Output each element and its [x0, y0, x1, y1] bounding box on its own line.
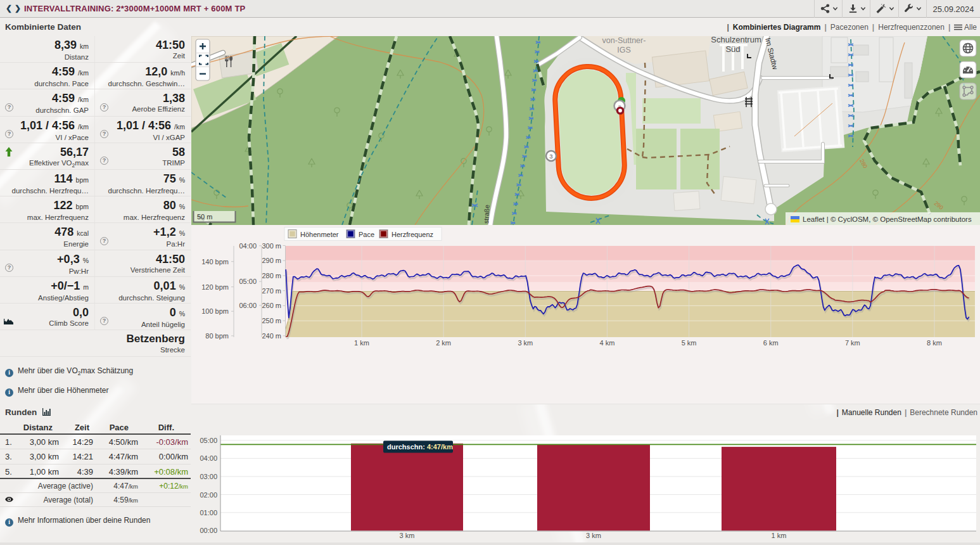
svg-text:Süd: Süd	[725, 44, 740, 54]
svg-text:250 m: 250 m	[262, 317, 281, 324]
svg-text:260 m: 260 m	[262, 302, 281, 309]
svg-text:04:00: 04:00	[239, 242, 257, 250]
svg-text:Höhenmeter: Höhenmeter	[300, 231, 339, 238]
svg-text:7 km: 7 km	[845, 339, 860, 347]
svg-text:280 m: 280 m	[262, 272, 281, 279]
svg-text:290 m: 290 m	[262, 257, 281, 264]
svg-text:240 m: 240 m	[262, 332, 281, 340]
svg-text:300 m: 300 m	[262, 242, 281, 250]
svg-text:3: 3	[549, 153, 552, 160]
svg-text:Leaflet | © CyclOSM, © OpenStr: Leaflet | © CyclOSM, © OpenStreetMap con…	[803, 215, 972, 223]
svg-text:straße: straße	[482, 205, 491, 224]
svg-text:6 km: 6 km	[763, 339, 779, 347]
svg-text:50 m: 50 m	[197, 213, 212, 221]
svg-text:2 km: 2 km	[436, 339, 451, 347]
svg-text:06:00: 06:00	[239, 302, 257, 309]
svg-text:1 km: 1 km	[354, 339, 369, 347]
svg-text:1 km: 1 km	[772, 532, 787, 539]
svg-text:Schulzentrum: Schulzentrum	[711, 36, 761, 44]
svg-text:Herzfrequenz: Herzfrequenz	[391, 231, 433, 238]
svg-text:120 bpm: 120 bpm	[201, 283, 229, 291]
svg-text:3 km: 3 km	[518, 339, 533, 347]
svg-text:3 km: 3 km	[400, 532, 415, 539]
svg-text:04:00: 04:00	[200, 454, 217, 462]
svg-text:02:00: 02:00	[200, 491, 217, 499]
svg-text:von-Suttner-: von-Suttner-	[602, 36, 646, 45]
svg-text:03:00: 03:00	[200, 473, 217, 480]
svg-text:00:00: 00:00	[200, 527, 217, 534]
svg-text:IGS: IGS	[617, 46, 631, 54]
svg-text:270 m: 270 m	[262, 287, 281, 295]
svg-text:3 km: 3 km	[586, 532, 601, 539]
svg-text:durchschn: 4:47/km: durchschn: 4:47/km	[387, 443, 453, 451]
svg-text:5 km: 5 km	[682, 339, 697, 347]
svg-text:80 bpm: 80 bpm	[205, 332, 229, 340]
svg-text:01:00: 01:00	[200, 509, 217, 516]
svg-text:05:00: 05:00	[239, 278, 257, 285]
svg-text:140 bpm: 140 bpm	[201, 258, 229, 266]
svg-text:4 km: 4 km	[599, 339, 614, 347]
svg-text:Pace: Pace	[359, 231, 374, 238]
svg-text:05:00: 05:00	[200, 437, 217, 444]
svg-text:8 km: 8 km	[927, 339, 942, 347]
svg-text:100 bpm: 100 bpm	[201, 307, 229, 315]
